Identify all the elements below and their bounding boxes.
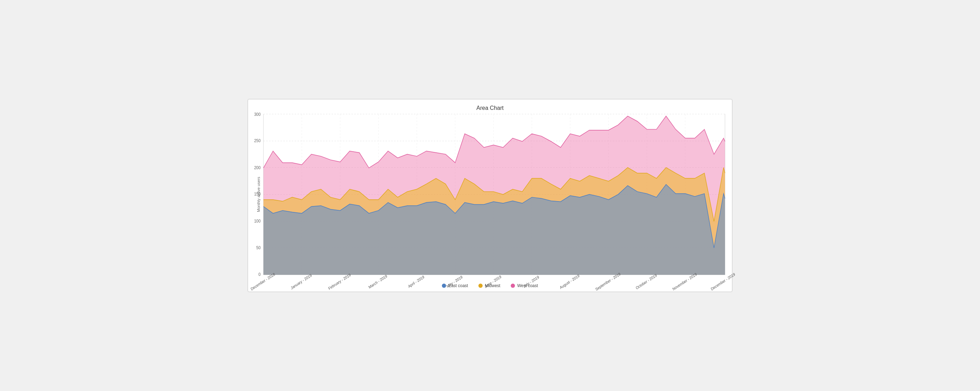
- svg-text:250: 250: [254, 138, 261, 143]
- west-coast-dot: [511, 283, 515, 288]
- svg-text:0: 0: [259, 272, 261, 277]
- svg-text:300: 300: [254, 112, 261, 117]
- chart-container: Area Chart Monthly active users 0 50 100: [248, 99, 732, 292]
- midwest-dot: [479, 283, 483, 288]
- chart-title: Area Chart: [255, 105, 725, 111]
- svg-text:100: 100: [254, 218, 261, 223]
- chart-plot: 0 50 100 150 200 250 300: [263, 114, 725, 275]
- svg-text:December - 2018: December - 2018: [250, 272, 276, 291]
- area-chart-svg: 0 50 100 150 200 250 300: [263, 114, 725, 275]
- grid-and-svg: 0 50 100 150 200 250 300: [263, 114, 725, 275]
- east-coast-dot: [442, 283, 446, 288]
- svg-text:50: 50: [256, 245, 261, 250]
- svg-text:200: 200: [254, 165, 261, 170]
- svg-text:150: 150: [254, 192, 261, 197]
- legend-item-east-coast: East coast: [442, 283, 468, 288]
- chart-area: Monthly active users 0 50 100 150: [255, 114, 725, 275]
